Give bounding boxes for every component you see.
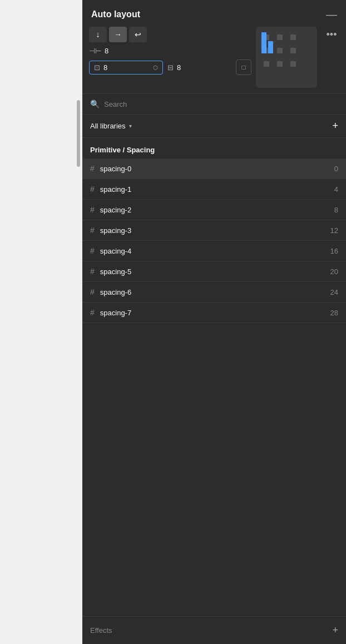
direction-wrap-button[interactable]: ↩ — [129, 27, 147, 42]
token-dropdown-panel: 🔍 All libraries ▾ + Primitive / Spacing … — [82, 93, 346, 644]
token-name: spacing-7 — [100, 309, 325, 317]
token-name: spacing-1 — [100, 185, 329, 194]
dot — [264, 61, 269, 67]
auto-layout-header: Auto layout — — [82, 0, 346, 27]
padding-input-row: ⊡ 8 ⬡ ⊟ 8 □ — [89, 60, 251, 75]
hash-icon: # — [90, 164, 95, 173]
library-add-button[interactable]: + — [332, 120, 338, 132]
search-input[interactable] — [104, 100, 338, 108]
clip-input: ⊟ 8 — [167, 63, 231, 72]
layout-preview — [256, 27, 317, 88]
padding-token-input[interactable]: ⊡ 8 ⬡ — [89, 61, 163, 75]
dot — [277, 48, 283, 53]
dot — [290, 34, 296, 40]
list-item[interactable]: #spacing-416 — [82, 241, 346, 261]
close-icon[interactable]: — — [326, 9, 337, 20]
right-panel: Auto layout — ↓ → ↩ ⊣⊢ 8 ⊡ 8 ⬡ — [82, 0, 346, 644]
scrollbar[interactable] — [77, 100, 80, 167]
effects-row: Effects + — [82, 616, 346, 644]
token-name: spacing-3 — [100, 226, 325, 235]
token-name: spacing-5 — [100, 267, 325, 276]
list-item[interactable]: #spacing-312 — [82, 220, 346, 241]
token-name: spacing-2 — [100, 206, 329, 214]
direction-horizontal-button[interactable]: → — [109, 27, 127, 42]
list-item[interactable]: #spacing-28 — [82, 200, 346, 220]
list-item[interactable]: #spacing-00 — [82, 158, 346, 179]
token-value: 24 — [330, 288, 338, 296]
bar-tall — [261, 32, 266, 53]
direction-controls: ↓ → ↩ — [89, 27, 251, 42]
preview-bars — [261, 32, 273, 53]
token-list: #spacing-00#spacing-14#spacing-28#spacin… — [82, 158, 346, 616]
clip-button[interactable]: □ — [236, 60, 251, 75]
token-name: spacing-0 — [100, 165, 329, 173]
token-value: 12 — [330, 226, 338, 235]
gap-value: 8 — [105, 47, 108, 55]
padding-value: 8 — [103, 63, 150, 72]
library-selector-row: All libraries ▾ + — [82, 115, 346, 138]
library-label-text: All libraries — [90, 122, 126, 130]
dot — [290, 48, 296, 53]
more-options-button[interactable]: ••• — [324, 27, 339, 42]
dot — [277, 61, 283, 67]
list-item[interactable]: #spacing-14 — [82, 179, 346, 200]
library-label[interactable]: All libraries ▾ — [90, 122, 132, 130]
clip-button-icon: □ — [241, 63, 245, 71]
token-value: 0 — [334, 165, 338, 173]
token-name: spacing-4 — [100, 247, 325, 255]
hash-icon: # — [90, 185, 95, 194]
token-value: 16 — [330, 247, 338, 255]
gap-row: ⊣⊢ 8 — [89, 47, 251, 55]
token-badge-icon: ⬡ — [153, 65, 158, 71]
token-value: 20 — [330, 267, 338, 276]
list-item[interactable]: #spacing-520 — [82, 261, 346, 282]
token-value: 8 — [334, 206, 338, 214]
hash-icon: # — [90, 246, 95, 255]
dot — [290, 61, 296, 67]
panel-title: Auto layout — [91, 9, 140, 19]
hash-icon: # — [90, 205, 95, 214]
token-value: 4 — [334, 185, 338, 194]
direction-vertical-button[interactable]: ↓ — [89, 27, 107, 42]
search-row: 🔍 — [82, 94, 346, 115]
effects-label: Effects — [90, 626, 112, 635]
token-name: spacing-6 — [100, 288, 325, 296]
left-sidebar — [0, 0, 82, 644]
dot — [277, 34, 283, 40]
chevron-down-icon: ▾ — [129, 123, 132, 129]
bar-short — [268, 41, 273, 53]
clip-input-value: 8 — [177, 63, 181, 72]
hash-icon: # — [90, 288, 95, 296]
hash-icon: # — [90, 226, 95, 235]
list-item[interactable]: #spacing-624 — [82, 282, 346, 303]
effects-add-button[interactable]: + — [332, 625, 338, 636]
hash-icon: # — [90, 267, 95, 276]
list-item[interactable]: #spacing-728 — [82, 303, 346, 323]
token-group-header: Primitive / Spacing — [82, 138, 346, 158]
search-icon: 🔍 — [90, 100, 100, 108]
hash-icon: # — [90, 308, 95, 317]
clip-input-icon: ⊟ — [167, 63, 174, 72]
gap-icon: ⊣⊢ — [89, 47, 101, 55]
padding-icon: ⊡ — [94, 63, 100, 72]
token-value: 28 — [330, 309, 338, 317]
